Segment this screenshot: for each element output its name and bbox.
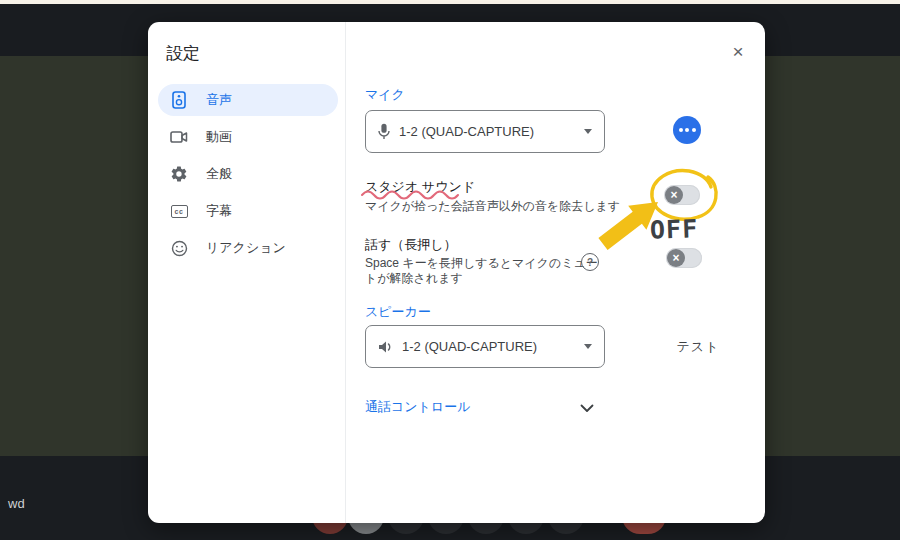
speaker-box-icon	[170, 91, 188, 109]
toggle-off-icon: ×	[665, 186, 683, 204]
sidebar-item-label: 動画	[206, 128, 232, 146]
sidebar-item-audio[interactable]: 音声	[158, 84, 338, 116]
cc-icon: cc	[170, 202, 188, 220]
speaker-label: スピーカー	[365, 303, 431, 321]
sidebar-item-general[interactable]: 全般	[158, 158, 338, 190]
dropdown-caret-icon	[584, 344, 592, 349]
push-to-talk-toggle[interactable]: ×	[666, 248, 702, 268]
push-to-talk-desc-line2: トが解除されます	[365, 271, 463, 286]
push-to-talk-title: 話す（長押し）	[365, 236, 457, 254]
sidebar-item-captions[interactable]: cc 字幕	[158, 195, 338, 227]
toggle-off-icon: ×	[667, 249, 685, 267]
sidebar-item-video[interactable]: 動画	[158, 121, 338, 153]
dropdown-caret-icon	[584, 129, 592, 134]
video-camera-icon	[170, 128, 188, 146]
speaker-icon	[378, 340, 393, 354]
mic-label: マイク	[365, 86, 405, 104]
meeting-code: wd	[8, 496, 25, 511]
close-icon[interactable]: ×	[725, 38, 751, 64]
off-annotation-text: OFF	[650, 214, 699, 245]
speaker-device-select[interactable]: 1-2 (QUAD-CAPTURE)	[365, 325, 605, 368]
sidebar-item-label: リアクション	[206, 239, 286, 257]
studio-sound-desc: マイクが拾った会話音声以外の音を除去します	[365, 199, 620, 214]
mic-device-select[interactable]: 1-2 (QUAD-CAPTURE)	[365, 110, 605, 153]
meet-app: wd 設定 × 音声 動画 全般 c	[0, 0, 900, 540]
mic-icon	[378, 123, 390, 140]
help-icon[interactable]: ?	[581, 253, 599, 271]
sidebar-item-label: 音声	[206, 91, 232, 109]
sidebar-item-label: 字幕	[206, 202, 232, 220]
smiley-icon	[170, 239, 188, 257]
studio-sound-toggle[interactable]: ×	[664, 185, 700, 205]
speaker-device-value: 1-2 (QUAD-CAPTURE)	[402, 339, 537, 354]
chevron-down-icon[interactable]	[580, 399, 594, 417]
call-controls-link[interactable]: 通話コントロール	[365, 398, 471, 416]
gear-icon	[170, 165, 188, 183]
mic-device-value: 1-2 (QUAD-CAPTURE)	[399, 124, 534, 139]
sidebar-item-label: 全般	[206, 165, 232, 183]
push-to-talk-desc-line1: Space キーを長押しするとマイクのミュー	[365, 256, 598, 271]
studio-sound-title: スタジオ サウンド	[365, 178, 475, 196]
divider	[345, 22, 346, 523]
settings-dialog: 設定 × 音声 動画 全般 cc 字幕	[148, 22, 765, 523]
sidebar-item-reactions[interactable]: リアクション	[158, 232, 338, 264]
dialog-title: 設定	[166, 42, 200, 65]
speaker-test-button[interactable]: テスト	[666, 338, 730, 356]
mic-level-indicator	[673, 116, 701, 144]
